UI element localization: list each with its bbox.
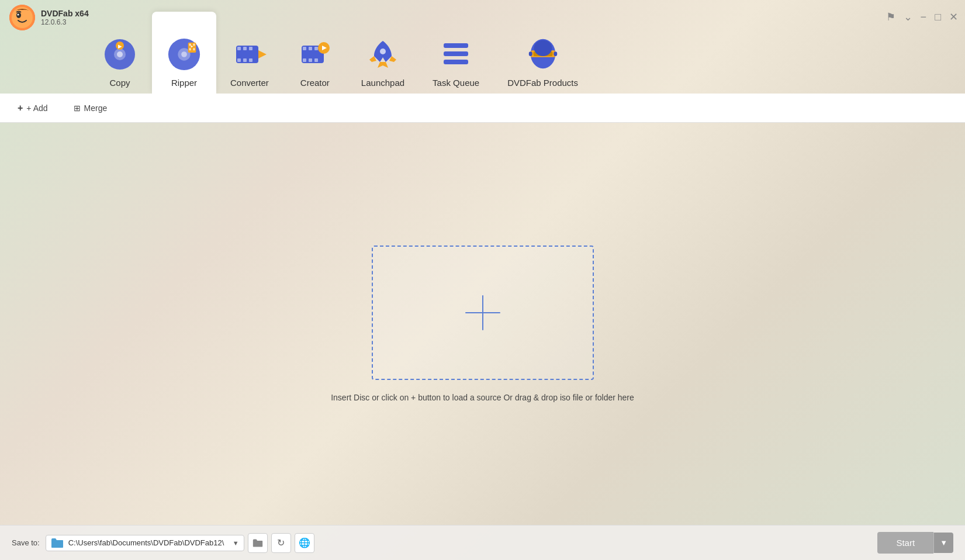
drop-zone-hint: Insert Disc or click on + button to load… [331,393,634,402]
globe-icon: 🌐 [299,537,310,548]
globe-button[interactable]: 🌐 [295,533,314,553]
nav-item-copy-label: Copy [109,78,130,88]
svg-rect-43 [528,51,532,56]
nav-item-dvdfabproducts[interactable]: DVDFab Products [493,12,592,94]
dvdfabproducts-icon [525,37,561,72]
browse-folder-button[interactable] [248,533,268,553]
launchpad-icon [365,37,400,72]
main-content: Insert Disc or click on + button to load… [0,123,965,525]
svg-rect-29 [314,47,318,50]
nav-item-creator-label: Creator [300,78,330,88]
path-selector[interactable]: C:\Users\fab\Documents\DVDFab\DVDFab12\ … [46,535,244,551]
nav-item-launchpad-label: Launchpad [361,78,404,88]
svg-rect-31 [309,58,312,62]
svg-point-1 [12,7,33,28]
svg-rect-27 [303,47,306,50]
maximize-icon[interactable]: □ [935,11,941,23]
svg-point-11 [181,51,187,57]
svg-rect-28 [309,47,312,50]
toolbar: + + Add ⊞ Merge [0,94,965,123]
svg-point-35 [380,49,386,54]
svg-rect-19 [237,47,241,50]
nav-item-converter[interactable]: Converter [216,12,283,94]
copy-icon: ▶ [102,37,137,72]
svg-rect-36 [444,43,468,48]
nav-item-ripper[interactable]: Ripper [152,12,216,94]
add-icon: + [18,103,23,113]
minimize-icon[interactable]: − [921,11,927,23]
dropdown-icon[interactable]: ⌄ [904,11,912,23]
close-icon[interactable]: ✕ [949,11,958,23]
app-title: DVDFab x64 [41,9,89,18]
svg-rect-16 [193,48,195,50]
path-text: C:\Users\fab\Documents\DVDFab\DVDFab12\ [68,538,228,547]
nav-item-taskqueue-label: Task Queue [433,78,479,88]
svg-point-3 [18,14,19,16]
svg-rect-30 [303,58,306,62]
refresh-button[interactable]: ↻ [271,533,291,553]
start-btn-group: Start ▼ [877,532,953,554]
creator-icon [298,37,333,72]
ripper-icon [167,37,202,72]
svg-rect-44 [554,51,557,56]
nav-item-taskqueue[interactable]: Task Queue [418,12,493,94]
svg-marker-25 [258,50,267,58]
svg-rect-32 [314,58,318,62]
path-dropdown-arrow[interactable]: ▼ [233,540,239,547]
start-dropdown-button[interactable]: ▼ [933,533,953,553]
notify-icon[interactable]: ⚑ [886,11,895,23]
folder-icon [51,538,64,548]
svg-point-42 [534,40,552,56]
nav-item-creator[interactable]: Creator [283,12,347,94]
svg-text:▶: ▶ [118,44,122,49]
app-version: 12.0.6.3 [41,18,89,26]
drop-zone-plus-icon [465,295,500,330]
add-label: + Add [26,103,47,113]
app-logo [9,5,35,30]
start-button[interactable]: Start [877,532,933,554]
taskqueue-icon [438,37,473,72]
drop-zone[interactable] [372,246,594,380]
title-bar-controls: ⚑ ⌄ − □ ✕ [886,11,958,23]
svg-rect-37 [444,51,468,56]
svg-rect-15 [189,48,191,50]
merge-icon: ⊞ [74,103,81,113]
nav-item-converter-label: Converter [230,78,269,88]
refresh-icon: ↻ [277,537,285,548]
bottom-bar: Save to: C:\Users\fab\Documents\DVDFab\D… [0,525,965,560]
nav-item-copy[interactable]: ▶ Copy [88,12,152,94]
app-title-block: DVDFab x64 12.0.6.3 [41,9,89,26]
merge-label: Merge [84,103,108,113]
save-to-label: Save to: [12,538,40,547]
svg-rect-38 [444,60,468,64]
svg-rect-22 [237,58,241,62]
svg-rect-21 [249,47,253,50]
add-button[interactable]: + + Add [12,99,54,117]
svg-rect-13 [189,44,191,46]
nav-item-dvdfabproducts-label: DVDFab Products [507,78,578,88]
nav-bar: ▶ Copy Ripper [88,0,871,94]
nav-item-launchpad[interactable]: Launchpad [347,12,418,94]
svg-rect-24 [249,58,253,62]
svg-rect-23 [243,58,247,62]
svg-rect-20 [243,47,247,50]
converter-icon [232,37,267,72]
browse-folder-icon [253,538,263,548]
merge-button[interactable]: ⊞ Merge [68,100,113,116]
svg-rect-14 [193,44,195,46]
svg-point-6 [117,51,123,57]
nav-item-ripper-label: Ripper [171,78,197,88]
